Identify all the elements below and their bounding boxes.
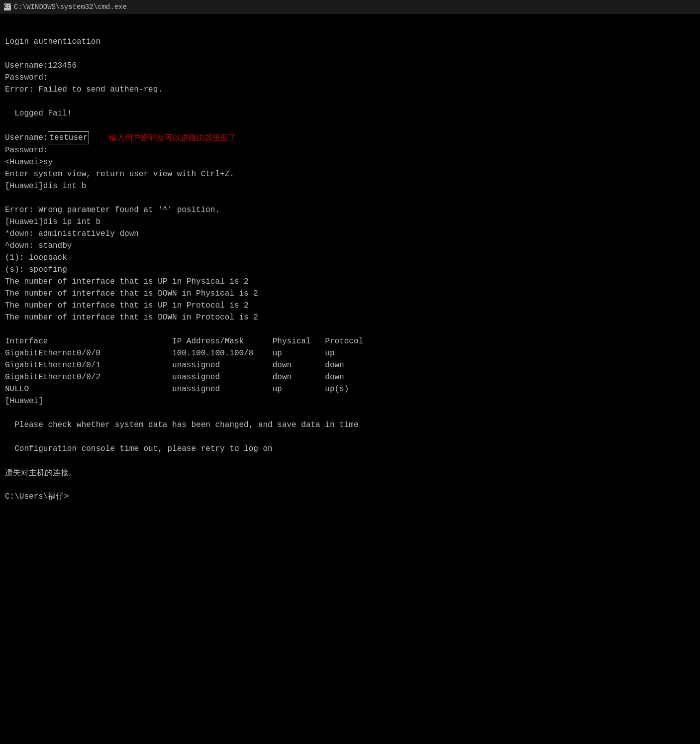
enter-sys-line: Enter system view, return user view with… (5, 168, 695, 180)
loopback-line: (1): loopback (5, 252, 695, 264)
dis-int-b-line: [Huawei]dis int b (5, 180, 695, 192)
down-protocol-line: The number of interface that is DOWN in … (5, 312, 695, 323)
cmd-icon: C:\ (4, 3, 11, 10)
empty-line (5, 431, 695, 443)
empty-line (5, 192, 695, 204)
table-row1-line: GigabitEthernet0/0/0 100.100.100.100/8 u… (5, 347, 695, 359)
empty-line (5, 455, 695, 467)
spoofing-line: (s): spoofing (5, 264, 695, 276)
error1-line: Error: Failed to send authen-req. (5, 84, 695, 96)
username2-line: Username:testuser 输入用户密码就可以进路由器里面了 (5, 131, 695, 144)
password2-line: Password: (5, 144, 695, 156)
please-check-line: Please check whether system data has bee… (5, 419, 695, 431)
huawei-sy-line: <Huawei>sy (5, 156, 695, 168)
empty-line (5, 323, 695, 335)
down-admin-line: *down: administratively down (5, 228, 695, 240)
password1-line: Password: (5, 72, 695, 84)
username-input-box[interactable]: testuser (48, 131, 89, 144)
empty-line (5, 479, 695, 491)
prompt-line: C:\Users\福仔> (5, 491, 695, 503)
terminal: Login authentication Username:123456 Pas… (0, 14, 700, 513)
empty-line (5, 96, 695, 107)
logged-fail-line: Logged Fail! (5, 107, 695, 119)
table-row2-line: GigabitEthernet0/0/1 unassigned down dow… (5, 359, 695, 371)
up-physical-line: The number of interface that is UP in Ph… (5, 276, 695, 288)
table-row4-line: NULLO unassigned up up(s) (5, 383, 695, 395)
config-timeout-line: Configuration console time out, please r… (5, 443, 695, 455)
error2-line: Error: Wrong parameter found at '^' posi… (5, 204, 695, 216)
empty-line (5, 407, 695, 419)
empty-line (5, 24, 695, 36)
annotation-text: 输入用户密码就可以进路由器里面了 (109, 132, 236, 144)
huawei-end-line: [Huawei] (5, 395, 695, 407)
down-standby-line: ^down: standby (5, 240, 695, 252)
table-header-line: Interface IP Address/Mask Physical Proto… (5, 335, 695, 347)
up-protocol-line: The number of interface that is UP in Pr… (5, 300, 695, 312)
empty-line (5, 48, 695, 60)
table-row3-line: GigabitEthernet0/0/2 unassigned down dow… (5, 371, 695, 383)
dis-ip-line: [Huawei]dis ip int b (5, 216, 695, 228)
down-physical-line: The number of interface that is DOWN in … (5, 288, 695, 300)
title-bar: C:\ C:\WINDOWS\system32\cmd.exe (0, 0, 700, 14)
lost-connection-line: 遗失对主机的连接。 (5, 467, 695, 479)
username2-text: Username:testuser (5, 131, 89, 144)
login-auth-line: Login authentication (5, 36, 695, 48)
empty-line (5, 119, 695, 131)
title-text: C:\WINDOWS\system32\cmd.exe (14, 3, 127, 11)
username1-line: Username:123456 (5, 60, 695, 72)
